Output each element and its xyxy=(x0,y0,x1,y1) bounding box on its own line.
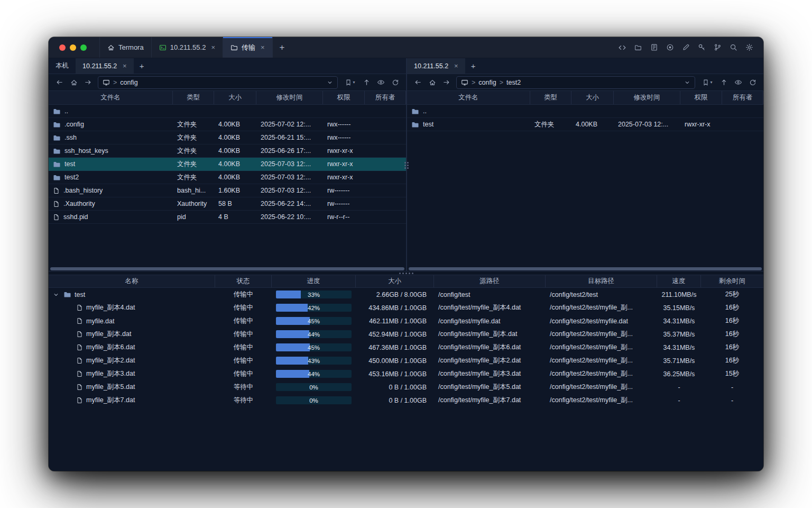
scrollbar-thumb[interactable] xyxy=(50,267,404,270)
chevron-down-icon[interactable] xyxy=(684,79,690,86)
transfer-column-header-6[interactable]: 速度 xyxy=(657,275,701,287)
panel-splitter[interactable] xyxy=(406,58,407,271)
transfer-column-header-4[interactable]: 源路径 xyxy=(434,275,546,287)
chevron-down-icon[interactable] xyxy=(327,79,333,86)
minimize-window-button[interactable] xyxy=(70,44,76,51)
file-tab-10.211.55.2[interactable]: 10.211.55.2× xyxy=(407,58,465,74)
file-cell: bash_hi... xyxy=(173,187,214,194)
breadcrumb-segment[interactable]: config xyxy=(478,79,496,86)
transfer-splitter[interactable] xyxy=(49,271,763,275)
show-hidden-button[interactable] xyxy=(732,76,745,89)
file-column-header-5[interactable]: 所有者 xyxy=(722,91,763,104)
record-button[interactable] xyxy=(663,41,677,55)
file-row[interactable]: .. xyxy=(407,105,763,118)
transfer-column-header-1[interactable]: 状态 xyxy=(215,275,272,287)
transfer-column-header-5[interactable]: 目标路径 xyxy=(546,275,657,287)
app-tab-10.211.55.2[interactable]: 10.211.55.2× xyxy=(152,37,223,58)
transfer-item-name: myfile_副本.dat xyxy=(86,330,131,339)
bookmark-button[interactable]: ▾ xyxy=(341,76,359,89)
go-up-button[interactable] xyxy=(717,76,731,89)
file-row[interactable]: .ssh文件夹4.00KB2025-06-21 15:...rwx------ xyxy=(49,131,406,144)
file-row[interactable]: test文件夹4.00KB2025-07-03 12:...rwxr-xr-x xyxy=(407,118,763,131)
transfer-row[interactable]: myfile.dat传输中45%462.11MB / 1.00GB/config… xyxy=(49,314,763,328)
app-tab-传输[interactable]: 传输× xyxy=(223,37,273,58)
settings-button[interactable] xyxy=(742,41,756,55)
breadcrumb-segment[interactable]: test2 xyxy=(506,79,521,86)
file-row[interactable]: ssh_host_keys文件夹4.00KB2025-06-26 17:...r… xyxy=(49,144,406,158)
path-breadcrumb[interactable]: >config xyxy=(98,76,338,89)
new-file-tab-button[interactable]: + xyxy=(134,58,150,74)
file-tab-本机[interactable]: 本机 xyxy=(49,58,76,74)
key-button[interactable] xyxy=(695,41,708,55)
transfer-column-header-0[interactable]: 名称 xyxy=(49,275,215,287)
app-tab-Termora[interactable]: Termora xyxy=(99,37,152,58)
file-row[interactable]: .config文件夹4.00KB2025-07-02 12:...rwx----… xyxy=(49,118,406,131)
file-column-header-1[interactable]: 类型 xyxy=(173,91,214,104)
file-row[interactable]: .XauthorityXauthority58 B2025-06-22 14:.… xyxy=(49,197,406,211)
transfer-row[interactable]: myfile_副本5.dat等待中0%0 B / 1.00GB/config/t… xyxy=(49,380,763,394)
transfer-remaining-time: 16秒 xyxy=(701,303,763,312)
forward-button[interactable] xyxy=(81,76,95,89)
file-tab-10.211.55.2[interactable]: 10.211.55.2× xyxy=(76,58,134,74)
scrollbar-thumb[interactable] xyxy=(409,267,762,270)
transfer-row[interactable]: myfile_副本6.dat传输中45%467.36MB / 1.00GB/co… xyxy=(49,341,763,354)
file-column-header-0[interactable]: 文件名 xyxy=(49,91,173,104)
close-icon[interactable]: × xyxy=(261,44,265,51)
new-app-tab-button[interactable]: + xyxy=(273,37,292,58)
transfer-column-header-2[interactable]: 进度 xyxy=(272,275,356,287)
transfer-speed: - xyxy=(657,397,701,404)
new-file-tab-button[interactable]: + xyxy=(465,58,482,74)
transfer-row[interactable]: test传输中33%2.66GB / 8.00GB/config/test/co… xyxy=(49,288,763,301)
refresh-button[interactable] xyxy=(746,76,759,89)
file-column-header-1[interactable]: 类型 xyxy=(530,91,571,104)
transfer-column-header-7[interactable]: 剩余时间 xyxy=(701,275,763,287)
file-row[interactable]: sshd.pidpid4 B2025-06-22 10:...rw-r--r-- xyxy=(49,211,406,224)
file-row[interactable]: .. xyxy=(49,105,406,118)
back-button[interactable] xyxy=(53,76,66,89)
file-column-header-4[interactable]: 权限 xyxy=(323,91,365,104)
bookmark-button[interactable]: ▾ xyxy=(698,76,716,89)
home-button[interactable] xyxy=(426,76,439,89)
show-hidden-button[interactable] xyxy=(374,76,387,89)
breadcrumb-segment[interactable]: config xyxy=(120,79,137,86)
transfer-column-header-3[interactable]: 大小 xyxy=(356,275,434,287)
path-breadcrumb[interactable]: >config>test2 xyxy=(456,76,695,89)
search-button[interactable] xyxy=(726,41,740,55)
back-button[interactable] xyxy=(411,76,425,89)
transfer-row[interactable]: myfile_副本2.dat传输中43%450.00MB / 1.00GB/co… xyxy=(49,354,763,367)
branch-button[interactable] xyxy=(710,41,724,55)
app-tab-label: 10.211.55.2 xyxy=(170,43,206,51)
transfer-row[interactable]: myfile_副本3.dat传输中44%453.16MB / 1.00GB/co… xyxy=(49,367,763,380)
file-row[interactable]: .bash_historybash_hi...1.60KB2025-07-03 … xyxy=(49,184,406,197)
code-button[interactable] xyxy=(615,41,629,55)
close-icon[interactable]: × xyxy=(123,62,127,69)
transfer-row[interactable]: myfile_副本.dat传输中44%452.94MB / 1.00GB/con… xyxy=(49,328,763,341)
zoom-window-button[interactable] xyxy=(80,44,87,51)
file-column-header-3[interactable]: 修改时间 xyxy=(614,91,680,104)
file-column-header-2[interactable]: 大小 xyxy=(571,91,614,104)
file-column-header-3[interactable]: 修改时间 xyxy=(256,91,323,104)
close-icon[interactable]: × xyxy=(211,44,215,51)
progress-label: 42% xyxy=(276,304,352,312)
forward-button[interactable] xyxy=(440,76,453,89)
collapse-chevron-icon[interactable] xyxy=(52,292,60,298)
file-column-header-4[interactable]: 权限 xyxy=(680,91,722,104)
home-button[interactable] xyxy=(67,76,80,89)
transfer-row[interactable]: myfile_副本4.dat传输中42%434.86MB / 1.00GB/co… xyxy=(49,301,763,314)
go-up-button[interactable] xyxy=(360,76,373,89)
file-row[interactable]: test文件夹4.00KB2025-07-03 12:...rwxr-xr-x xyxy=(49,158,406,171)
file-column-header-2[interactable]: 大小 xyxy=(214,91,256,104)
transfer-row[interactable]: myfile_副本7.dat等待中0%0 B / 1.00GB/config/t… xyxy=(49,394,763,407)
progress-label: 0% xyxy=(276,396,352,404)
file-column-header-0[interactable]: 文件名 xyxy=(407,91,530,104)
edit-button[interactable] xyxy=(679,41,693,55)
folder-button[interactable] xyxy=(631,41,645,55)
file-cell: 4.00KB xyxy=(214,160,256,168)
close-icon[interactable]: × xyxy=(454,62,458,69)
log-button[interactable] xyxy=(647,41,661,55)
app-tab-bar: Termora10.211.55.2×传输× xyxy=(99,37,273,58)
file-row[interactable]: test2文件夹4.00KB2025-07-03 12:...rwxr-xr-x xyxy=(49,171,406,184)
file-column-header-5[interactable]: 所有者 xyxy=(365,91,406,104)
refresh-button[interactable] xyxy=(389,76,402,89)
close-window-button[interactable] xyxy=(59,44,66,51)
